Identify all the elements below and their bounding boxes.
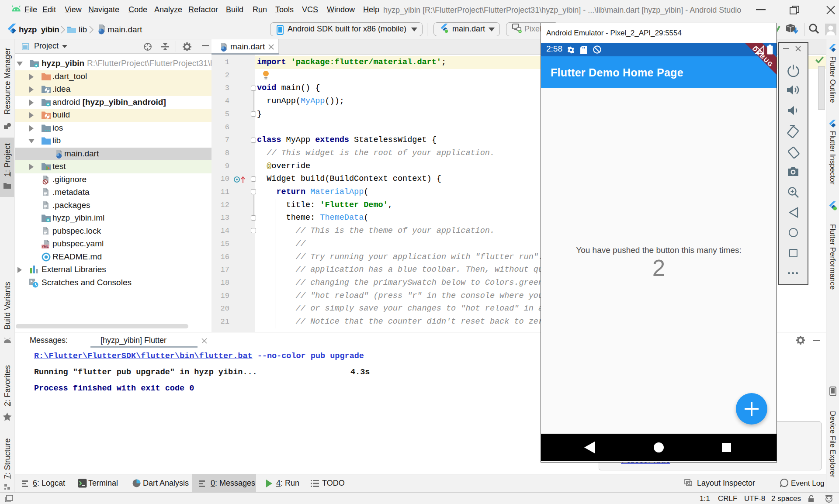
svg-text:YML: YML — [42, 245, 49, 249]
